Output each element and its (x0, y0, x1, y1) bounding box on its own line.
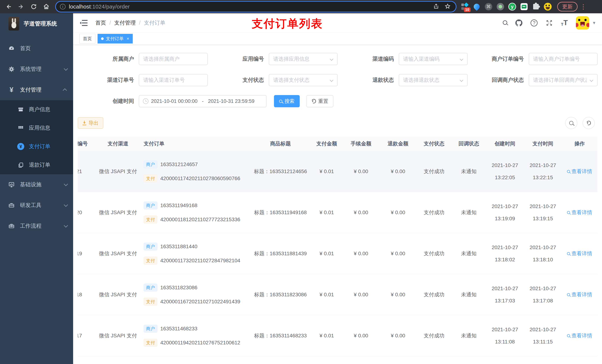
merchant-tag: 商户 (144, 161, 157, 168)
extensions-puzzle-icon[interactable] (532, 3, 540, 10)
payment-submenu: 商户信息 应用信息 ¥ 支付订单 退款订单 (0, 100, 73, 174)
cell-create-time: 2021-10-2713:19:09 (486, 202, 524, 223)
sidebar-item-home[interactable]: 首页 (0, 38, 73, 59)
cell-fee: ¥ 0.00 (343, 292, 379, 298)
sidebar-item-merchant-info[interactable]: 商户信息 (0, 100, 73, 119)
view-detail-link[interactable]: 查看详情 (567, 291, 592, 298)
cell-amount: ¥ 0.01 (311, 209, 343, 216)
cell-title: 标题：1635311949168 (250, 209, 311, 216)
cell-id: 20 (78, 209, 94, 216)
extension-y-icon[interactable]: y (508, 3, 516, 10)
table-row[interactable]: 商户1635311251796 (78, 356, 597, 364)
cell-title: 标题：1635311823086 (250, 291, 311, 298)
cell-notify: 未通知 (452, 168, 486, 175)
sidebar-item-payment[interactable]: ¥ 支付管理 (0, 80, 73, 100)
breadcrumb-home[interactable]: 首页 (95, 19, 106, 27)
notify-status-select[interactable] (529, 74, 598, 86)
merchant-order-no-input[interactable] (529, 53, 598, 65)
user-avatar[interactable] (576, 16, 589, 30)
sidebar-item-app-info[interactable]: 应用信息 (0, 119, 73, 137)
forward-icon[interactable] (17, 3, 25, 11)
extension-chat-icon[interactable] (520, 3, 528, 10)
fullscreen-icon[interactable] (546, 20, 553, 26)
browser-update-button[interactable]: 更新 (557, 2, 578, 11)
cell-title: 标题：1635311468233 (250, 332, 311, 339)
channel-code-select[interactable] (399, 53, 468, 65)
avatar-caret-icon[interactable]: ▾ (593, 20, 595, 26)
create-time-range-picker[interactable]: 2021-10-01 00:00:00 - 2021-10-31 23:59:5… (139, 95, 267, 107)
table-row[interactable]: 19 微信 JSAPI 支付 商户1635311881440 支付4200001… (78, 233, 597, 274)
refund-status-select[interactable] (399, 74, 468, 86)
cell-id: 17 (78, 333, 94, 339)
chevron-down-icon (64, 67, 68, 71)
collapse-sidebar-icon[interactable] (79, 19, 88, 27)
cell-actions: 查看详情 (562, 291, 597, 298)
cell-amount: ¥ 0.01 (311, 168, 343, 174)
tag-home[interactable]: 首页 (79, 34, 95, 43)
cell-create-time: 2021-10-2713:18:02 (486, 243, 524, 264)
table-row[interactable]: 17 微信 JSAPI 支付 商户1635311468233 支付4200001… (78, 315, 597, 356)
cell-order-no: 商户1635312124657 支付4200001174202110278060… (142, 158, 250, 185)
home-icon[interactable] (42, 3, 50, 11)
back-icon[interactable] (4, 3, 13, 11)
url-bar[interactable]: i localhost:1024/pay/order (56, 2, 456, 12)
pay-status-select[interactable] (269, 74, 338, 86)
pay-tag: 支付 (144, 216, 157, 223)
merchant-select[interactable] (139, 53, 208, 65)
search-icon[interactable] (503, 20, 507, 26)
active-dot-icon (101, 37, 104, 40)
sidebar-item-pay-order[interactable]: ¥ 支付订单 (0, 137, 73, 156)
sidebar-item-infrastructure[interactable]: 基础设施 (0, 174, 73, 195)
table-row[interactable]: 18 微信 JSAPI 支付 商户1635311823086 支付4200001… (78, 274, 597, 315)
site-info-icon[interactable]: i (60, 4, 65, 10)
view-detail-link[interactable]: 查看详情 (567, 332, 592, 339)
chevron-down-icon (64, 223, 68, 228)
reset-button[interactable]: 重置 (306, 95, 333, 107)
cell-pay-time: 2021-10-2713:18:10 (524, 243, 562, 264)
view-detail-link[interactable]: 查看详情 (567, 250, 592, 257)
sidebar-item-dev-tools[interactable]: 研发工具 (0, 195, 73, 216)
table-header: 编号 支付渠道 支付订单 商品标题 支付金额 手续金额 退款金额 支付状态 回调… (78, 136, 597, 151)
help-icon[interactable]: ? (531, 20, 538, 26)
extension-command-icon[interactable]: ⌘ (485, 3, 492, 10)
cell-refund: ¥ 0.00 (379, 292, 417, 298)
search-icon (567, 293, 570, 296)
profile-avatar-icon[interactable] (544, 3, 552, 10)
merchant-tag: 商户 (144, 325, 157, 333)
toolbox-icon (8, 202, 15, 209)
sidebar-item-workflow[interactable]: 工作流程 (0, 216, 73, 236)
sidebar-item-system[interactable]: 系统管理 (0, 59, 73, 80)
extension-pin-icon[interactable] (473, 3, 481, 10)
app-select[interactable] (269, 53, 338, 65)
refresh-table-button[interactable] (582, 117, 595, 129)
dashboard-icon (8, 45, 15, 52)
channel-order-no-input[interactable] (139, 74, 208, 86)
refresh-icon (311, 98, 317, 104)
sidebar-item-refund-order[interactable]: 退款订单 (0, 156, 73, 174)
close-icon[interactable]: × (127, 36, 129, 41)
cell-notify: 未通知 (452, 250, 486, 257)
extension-record-icon[interactable] (496, 3, 504, 10)
github-icon[interactable] (515, 20, 522, 26)
view-detail-link[interactable]: 查看详情 (567, 168, 592, 175)
browser-menu-icon[interactable]: ⋮ (580, 3, 586, 10)
extension-badge: 10 (464, 7, 471, 12)
bookmark-star-icon[interactable] (445, 3, 451, 10)
view-detail-link[interactable]: 查看详情 (567, 209, 592, 216)
extension-grid-icon[interactable]: 10 (461, 3, 469, 10)
breadcrumb-payment[interactable]: 支付管理 (114, 19, 136, 27)
cell-actions: 查看详情 (562, 332, 597, 339)
show-search-button[interactable] (565, 117, 577, 129)
table-row[interactable]: 20 微信 JSAPI 支付 商户1635311949168 支付4200001… (78, 192, 597, 233)
cell-pay-time: 2021-10-2713:11:15 (524, 325, 562, 346)
chevron-down-icon (64, 203, 68, 207)
chevron-down-icon (64, 182, 68, 186)
font-size-icon[interactable]: TT (561, 19, 568, 27)
search-icon (567, 211, 570, 214)
search-button[interactable]: 搜索 (274, 95, 300, 107)
reload-icon[interactable] (30, 3, 38, 11)
export-button[interactable]: 导出 (78, 117, 103, 129)
share-icon[interactable] (433, 3, 439, 10)
table-row[interactable]: 21 微信 JSAPI 支付 商户1635312124657 支付4200001… (78, 151, 597, 192)
tag-pay-order[interactable]: 支付订单 × (97, 34, 133, 43)
